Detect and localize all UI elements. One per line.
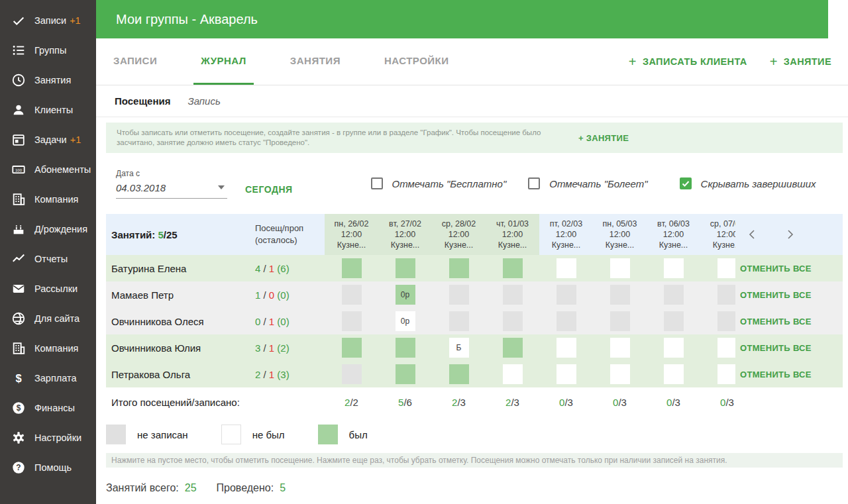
attendance-cell[interactable]: [610, 364, 630, 384]
attendance-cell[interactable]: [556, 311, 576, 331]
lesson-column-header-0[interactable]: пн, 26/0212:00Кузне...: [325, 214, 378, 255]
attendance-cell[interactable]: [664, 311, 684, 331]
sidebar-item-1[interactable]: Группы: [0, 35, 96, 65]
attendance-cell[interactable]: [664, 364, 684, 384]
attendance-cell[interactable]: [342, 338, 362, 358]
attendance-cell[interactable]: 0р: [396, 311, 415, 331]
attendance-cell[interactable]: [503, 258, 523, 278]
attendance-cell[interactable]: [717, 285, 736, 305]
lesson-day: вт, 27/02: [378, 219, 432, 229]
today-button[interactable]: СЕГОДНЯ: [245, 184, 293, 195]
attendance-cell[interactable]: [610, 338, 630, 358]
tab-0[interactable]: ЗАПИСИ: [106, 38, 164, 85]
attendance-cell[interactable]: [396, 364, 415, 384]
cancel-all-link[interactable]: ОТМЕНИТЬ ВСЕ: [740, 264, 812, 274]
sidebar-item-8[interactable]: Отчеты: [0, 244, 96, 274]
banner-add-lesson-link[interactable]: + ЗАНЯТИЕ: [578, 133, 629, 143]
gear-icon: [11, 430, 26, 445]
attendance-cell[interactable]: 0р: [396, 285, 415, 305]
attendance-cell[interactable]: [717, 364, 736, 384]
attendance-cell[interactable]: [610, 311, 630, 331]
tab-2[interactable]: ЗАНЯТИЯ: [283, 38, 348, 85]
stats-header-line2: (осталось): [255, 234, 325, 246]
sidebar-item-5[interactable]: 100Абонементы: [0, 154, 96, 184]
lesson-time: 12:00: [539, 229, 593, 240]
add-lesson-button[interactable]: + ЗАНЯТИЕ: [770, 55, 831, 68]
sidebar-item-7[interactable]: Д/рождения: [0, 214, 96, 244]
legend-swatch-booked: [221, 425, 241, 444]
attendance-cell[interactable]: [717, 338, 736, 358]
lesson-column-header-2[interactable]: ср, 28/0212:00Кузне...: [432, 214, 486, 255]
attendance-cell[interactable]: [556, 258, 576, 278]
attendance-cell[interactable]: [717, 258, 736, 278]
remaining-count: (0): [274, 289, 290, 301]
attendance-cell[interactable]: [610, 285, 630, 305]
list-icon: [11, 43, 26, 58]
tab-3[interactable]: НАСТРОЙКИ: [377, 38, 456, 85]
appbar: Мои группы - Акварель: [96, 0, 828, 38]
attendance-cell[interactable]: [449, 285, 469, 305]
attendance-cell[interactable]: [449, 258, 469, 278]
attendance-cell[interactable]: [556, 364, 576, 384]
date-from-field[interactable]: Дата с 04.03.2018: [116, 169, 227, 199]
checkbox-0[interactable]: Отмечать "Бесплатно": [371, 177, 507, 189]
attendance-cell[interactable]: [664, 285, 684, 305]
attendance-cell[interactable]: [503, 311, 523, 331]
attendance-cell[interactable]: [717, 311, 736, 331]
attendance-cell[interactable]: [342, 285, 362, 305]
sidebar-item-4[interactable]: Задачи+1: [0, 125, 96, 154]
sidebar-item-10[interactable]: Для сайта: [0, 303, 96, 333]
sidebar-item-12[interactable]: $Зарплата: [0, 363, 96, 393]
sidebar-item-15[interactable]: ?Помощь: [0, 452, 96, 482]
add-lesson-label: ЗАНЯТИЕ: [784, 56, 831, 67]
check-icon: [11, 13, 26, 28]
sidebar-item-label: Помощь: [34, 462, 72, 473]
sidebar-item-2[interactable]: Занятия: [0, 65, 96, 95]
attendance-cell[interactable]: [342, 258, 362, 278]
subtab-0[interactable]: Посещения: [115, 95, 170, 107]
attendance-cell[interactable]: [449, 311, 469, 331]
sidebar-item-0[interactable]: Записи+1: [0, 5, 96, 35]
attendance-cell[interactable]: [503, 338, 523, 358]
lesson-time: 12:00: [325, 229, 378, 240]
attendance-cell[interactable]: Б: [449, 338, 469, 358]
sidebar-item-3[interactable]: Клиенты: [0, 95, 96, 125]
chevron-right-icon[interactable]: [784, 229, 795, 240]
attendance-cell[interactable]: [664, 338, 684, 358]
add-client-button[interactable]: + ЗАПИСАТЬ КЛИЕНТА: [629, 55, 747, 68]
remaining-count: (6): [274, 263, 290, 274]
lesson-column-header-6[interactable]: вт, 06/0312:00Кузне...: [647, 214, 700, 255]
cancel-all-link[interactable]: ОТМЕНИТЬ ВСЕ: [740, 290, 812, 300]
cancel-all-link[interactable]: ОТМЕНИТЬ ВСЕ: [740, 343, 812, 353]
attendance-cell[interactable]: [503, 285, 523, 305]
attendance-cell[interactable]: [556, 338, 576, 358]
cancel-all-link[interactable]: ОТМЕНИТЬ ВСЕ: [740, 317, 812, 327]
attendance-cell[interactable]: [396, 338, 415, 358]
sidebar-item-6[interactable]: Компания: [0, 184, 96, 214]
sidebar-item-label: Для сайта: [34, 313, 80, 324]
attendance-cell[interactable]: [449, 364, 469, 384]
lesson-column-header-5[interactable]: пн, 05/0312:00Кузне...: [593, 214, 647, 255]
attendance-cell[interactable]: [396, 258, 415, 278]
attendance-cell[interactable]: [342, 311, 362, 331]
sidebar-item-11[interactable]: Компания: [0, 333, 96, 363]
attendance-cell[interactable]: [342, 364, 362, 384]
subtab-1[interactable]: Запись: [187, 95, 220, 107]
cancel-all-link[interactable]: ОТМЕНИТЬ ВСЕ: [740, 370, 812, 379]
attendance-cell[interactable]: [503, 364, 523, 384]
sidebar-item-label: Записи: [34, 15, 66, 26]
chevron-left-icon[interactable]: [747, 229, 758, 240]
sidebar-item-13[interactable]: $Финансы: [0, 393, 96, 423]
lesson-column-header-3[interactable]: чт, 01/0312:00Кузне...: [486, 214, 539, 255]
attendance-cell[interactable]: [664, 258, 684, 278]
sidebar-item-14[interactable]: Настройки: [0, 423, 96, 452]
lesson-column-header-4[interactable]: пт, 02/0312:00Кузне...: [539, 214, 593, 255]
sidebar-item-9[interactable]: Рассылки: [0, 274, 96, 303]
attendance-cell[interactable]: [556, 285, 576, 305]
checkbox-1[interactable]: Отмечать "Болеет": [528, 177, 647, 189]
checkbox-2[interactable]: Скрывать завершивших: [680, 177, 816, 189]
lesson-column-header-7[interactable]: ср, 07/0312:00Кузне...: [700, 214, 735, 255]
tab-1[interactable]: ЖУРНАЛ: [193, 38, 254, 85]
lesson-column-header-1[interactable]: вт, 27/0212:00Кузне...: [378, 214, 432, 255]
attendance-cell[interactable]: [610, 258, 630, 278]
